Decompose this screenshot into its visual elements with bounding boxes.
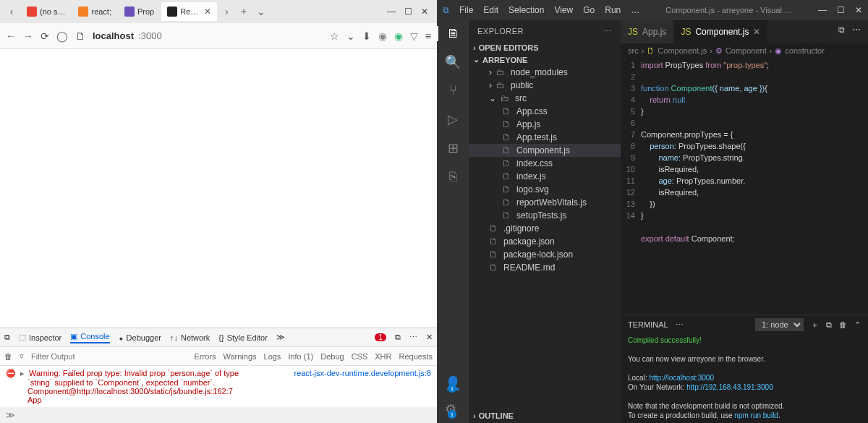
vscode-minimize-icon[interactable]: —	[818, 5, 827, 15]
folder-public[interactable]: ›🗀public	[469, 79, 621, 92]
extensions-icon[interactable]: ⊞	[448, 140, 459, 156]
settings-gear-icon[interactable]: ⚙1	[445, 401, 461, 417]
debugger-tab[interactable]: ⬥ Debugger	[119, 333, 161, 342]
code-editor[interactable]: 1234567891011121314 import PropTypes fro…	[621, 58, 868, 315]
error-count-badge[interactable]: 1	[375, 333, 386, 341]
inspector-tab[interactable]: ⬚ Inspector	[19, 333, 61, 342]
nav-forward-icon[interactable]: →	[23, 30, 33, 42]
file-package-json[interactable]: 🗋package.json	[469, 235, 621, 248]
root-folder[interactable]: ⌄ARREYONE	[469, 54, 621, 66]
breadcrumb[interactable]: src › 🗋 Component.js › ⚙ Component › ◉ c…	[621, 43, 868, 58]
cat-errors[interactable]: Errors	[195, 352, 216, 361]
file-index-js[interactable]: 🗋index.js	[469, 170, 621, 183]
search-icon[interactable]: 🔍	[445, 54, 461, 70]
tab-prop[interactable]: Prop	[119, 2, 160, 21]
file-gitignore[interactable]: 🗋.gitignore	[469, 222, 621, 235]
minimap[interactable]	[835, 58, 868, 315]
terminal-shell-select[interactable]: 1: node	[755, 318, 804, 331]
nav-back-icon[interactable]: ←	[6, 30, 16, 42]
vscode-close-icon[interactable]: ✕	[855, 5, 862, 15]
network-tab[interactable]: ↑↓ Network	[170, 333, 210, 342]
maximize-panel-icon[interactable]: ⌃	[854, 320, 861, 330]
menu-more[interactable]: …	[631, 5, 639, 15]
folder-src[interactable]: ⌄🗁src	[469, 92, 621, 105]
devtools-split-icon[interactable]: ⧉	[395, 333, 401, 342]
warning-source[interactable]: react-jsx-dev-runtime.development.js:8	[294, 369, 431, 378]
tab-close-icon[interactable]: ✕	[204, 7, 211, 17]
file-package-lock[interactable]: 🗋package-lock.json	[469, 248, 621, 261]
remote-icon[interactable]: ⎘	[449, 169, 457, 184]
devtools-more-icon[interactable]: ⋯	[409, 333, 417, 342]
file-report[interactable]: 🗋reportWebVitals.js	[469, 196, 621, 209]
devtools-dock-icon[interactable]: ⧉	[4, 333, 10, 342]
new-terminal-icon[interactable]: ＋	[811, 320, 819, 330]
trash-icon[interactable]: 🗑	[4, 352, 12, 361]
code-text[interactable]: import PropTypes from "prop-types"; func…	[641, 59, 868, 315]
folder-node-modules[interactable]: ›🗀node_modules	[469, 66, 621, 79]
open-editors-section[interactable]: ›OPEN EDITORS	[469, 42, 621, 54]
terminal-tab[interactable]: TERMINAL	[628, 320, 668, 329]
expand-icon[interactable]: ▸	[20, 369, 25, 378]
new-tab-icon[interactable]: ＋	[235, 5, 252, 18]
editor-tab-component[interactable]: JSComponent.js✕	[673, 20, 767, 43]
outline-section[interactable]: ›OUTLINE	[469, 409, 621, 423]
tab-forward-icon[interactable]: ›	[218, 6, 235, 17]
vscode-maximize-icon[interactable]: ☐	[837, 5, 845, 15]
account-icon[interactable]: 👤1	[445, 375, 461, 391]
tab-stackoverflow[interactable]: react;	[72, 2, 117, 21]
file-app-js[interactable]: 🗋App.js	[469, 118, 621, 131]
file-logo[interactable]: 🗋logo.svg	[469, 183, 621, 196]
menu-edit[interactable]: Edit	[483, 5, 498, 15]
source-control-icon[interactable]: ⑂	[449, 83, 457, 98]
menu-go[interactable]: Go	[583, 5, 595, 15]
file-index-css[interactable]: 🗋index.css	[469, 157, 621, 170]
run-debug-icon[interactable]: ▷	[448, 111, 458, 127]
cat-logs[interactable]: Logs	[264, 352, 281, 361]
split-editor-icon[interactable]: ⧉	[838, 25, 845, 39]
tab-back-icon[interactable]: ‹	[3, 6, 20, 17]
maximize-icon[interactable]: ☐	[404, 7, 412, 17]
menu-run[interactable]: Run	[605, 5, 621, 15]
menu-selection[interactable]: Selection	[509, 5, 544, 15]
minimize-icon[interactable]: —	[387, 7, 396, 17]
kill-terminal-icon[interactable]: 🗑	[839, 320, 847, 329]
ext2-icon[interactable]: ◉	[394, 30, 403, 42]
editor-tab-app[interactable]: JSApp.js	[621, 20, 673, 43]
terminal-output[interactable]: Compiled successfully! You can now view …	[621, 334, 868, 423]
bookmark-icon[interactable]: ☆	[330, 30, 339, 42]
file-app-test[interactable]: 🗋App.test.js	[469, 131, 621, 144]
ext3-icon[interactable]: ▽	[410, 30, 418, 42]
tab-gmail[interactable]: (no s…	[21, 2, 71, 21]
cat-warnings[interactable]: Warnings	[223, 352, 256, 361]
close-window-icon[interactable]: ✕	[421, 7, 428, 17]
devtools-close-icon[interactable]: ✕	[426, 333, 433, 342]
filter-input[interactable]	[31, 352, 131, 361]
terminal-more-icon[interactable]: ⋯	[676, 320, 684, 330]
shield-icon[interactable]: ◯	[56, 30, 68, 42]
menu-icon[interactable]: ≡	[425, 30, 431, 42]
menu-view[interactable]: View	[554, 5, 573, 15]
explorer-icon[interactable]: 🗎	[437, 26, 469, 41]
download-icon[interactable]: ⬇	[362, 30, 371, 42]
file-app-css[interactable]: 🗋App.css	[469, 105, 621, 118]
cat-debug[interactable]: Debug	[320, 352, 344, 361]
ext1-icon[interactable]: ◉	[378, 30, 387, 42]
reload-icon[interactable]: ⟳	[41, 30, 49, 42]
console-prompt[interactable]: ≫	[0, 407, 437, 423]
console-tab[interactable]: ▣ Console	[70, 332, 109, 343]
file-readme[interactable]: 🗋README.md	[469, 261, 621, 274]
style-editor-tab[interactable]: {} Style Editor	[218, 333, 268, 342]
pocket-icon[interactable]: ⌄	[346, 30, 355, 42]
cat-css[interactable]: CSS	[352, 352, 368, 361]
url-field[interactable]: localhost:3000	[93, 30, 323, 41]
tab-react-app[interactable]: Re…✕	[161, 2, 217, 21]
split-terminal-icon[interactable]: ⧉	[826, 320, 832, 330]
tab-dropdown-icon[interactable]: ⌄	[252, 6, 270, 17]
file-setup[interactable]: 🗋setupTests.js	[469, 209, 621, 222]
editor-more-icon[interactable]: ⋯	[852, 25, 861, 39]
tab-close-icon[interactable]: ✕	[753, 27, 760, 37]
cat-requests[interactable]: Requests	[399, 352, 433, 361]
cat-info[interactable]: Info (1)	[288, 352, 313, 361]
cat-xhr[interactable]: XHR	[375, 352, 391, 361]
devtools-overflow-icon[interactable]: ≫	[276, 333, 285, 342]
